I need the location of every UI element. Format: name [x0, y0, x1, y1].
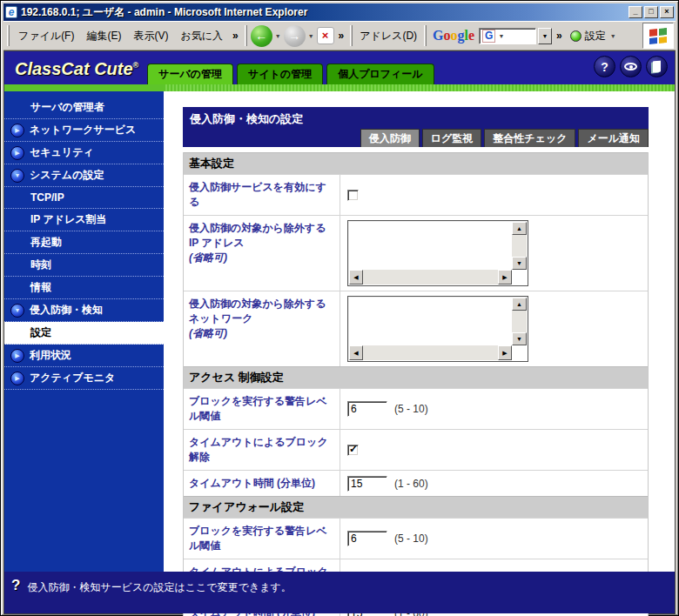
google-box-caret-icon[interactable]: ▼ — [498, 33, 504, 39]
google-letter: G — [433, 28, 443, 43]
sidebar-item-system-settings[interactable]: ▼ システムの設定 — [4, 164, 164, 187]
sidebar-item-settings-selected[interactable]: 設定 — [4, 322, 164, 345]
app-header: ClassCat Cute® サーバの管理 サイトの管理 個人プロフィール ? — [4, 51, 675, 84]
exclude-ip-textarea[interactable]: ▲ ▼ ◀ ▶ — [347, 220, 528, 286]
menu-file[interactable]: ファイル(F) — [13, 26, 79, 46]
scroll-left-icon[interactable]: ◀ — [349, 270, 363, 285]
fw-threshold-input[interactable] — [347, 531, 387, 546]
toolbar-gripper[interactable] — [7, 25, 10, 46]
address-label: アドレス(D) — [356, 29, 420, 44]
ac-timeout-input[interactable] — [347, 476, 387, 492]
sidebar-item-reboot[interactable]: 再起動 — [4, 231, 164, 254]
browser-toolbar: ファイル(F) 編集(E) 表示(V) お気に入 » ← ▼ → ▼ × » ア… — [3, 21, 676, 50]
sidebar-item-intrusion-detection[interactable]: ▼ 侵入防御・検知 — [4, 299, 164, 322]
logout-door-icon[interactable] — [646, 56, 668, 77]
nav-overflow-chevron[interactable]: » — [336, 30, 347, 42]
sidebar-item-label: 侵入防御・検知 — [30, 303, 103, 318]
vertical-scrollbar[interactable]: ▲ ▼ — [512, 222, 527, 270]
tab-personal-profile[interactable]: 個人プロフィール — [326, 64, 434, 84]
scroll-left-icon[interactable]: ◀ — [349, 345, 363, 360]
chevron-right-icon: ▶ — [10, 124, 24, 137]
row-fw-threshold: ブロックを実行する警告レベル閾値 (5 - 10) — [184, 518, 648, 559]
minimize-button[interactable]: _ — [629, 6, 642, 18]
toolbar-gripper[interactable] — [245, 25, 247, 46]
row-exclude-ip: 侵入防御の対象から除外する IP アドレス (省略可) ▲ ▼ — [184, 215, 648, 291]
scroll-up-icon[interactable]: ▲ — [512, 298, 527, 311]
scroll-down-icon[interactable]: ▼ — [512, 257, 527, 270]
help-question-icon: ? — [11, 578, 20, 593]
google-letter: g — [458, 28, 465, 43]
tab-site-management[interactable]: サイトの管理 — [237, 64, 323, 84]
scroll-right-icon[interactable]: ▶ — [498, 345, 512, 360]
exclude-network-textarea[interactable]: ▲ ▼ ◀ ▶ — [347, 296, 528, 362]
vertical-scrollbar[interactable]: ▲ ▼ — [512, 298, 527, 345]
scroll-right-icon[interactable]: ▶ — [498, 270, 512, 285]
browser-window: e 192.168.0.1; ユーザ名 - admin - Microsoft … — [0, 0, 679, 616]
menu-overflow-chevron[interactable]: » — [230, 30, 241, 42]
horizontal-scrollbar[interactable]: ◀ ▶ — [349, 270, 512, 285]
sidebar-item-network-services[interactable]: ▶ ネットワークサービス — [4, 119, 164, 142]
forward-dropdown-icon[interactable]: ▼ — [308, 33, 314, 39]
google-dropdown-button[interactable]: ▼ — [538, 28, 552, 44]
tab-mail-notification[interactable]: メール通知 — [578, 129, 649, 147]
sidebar-item-ip-assignment[interactable]: IP アドレス割当 — [4, 209, 164, 231]
back-button[interactable]: ← — [251, 25, 272, 47]
main-content: 侵入防御・検知の設定 侵入防御 ログ監視 整合性チェック メール通知 基本設定 … — [164, 91, 675, 572]
tab-log-monitoring[interactable]: ログ監視 — [422, 129, 482, 147]
sidebar-item-security[interactable]: ▶ セキュリティ — [4, 142, 164, 164]
chevron-right-icon: ▶ — [10, 372, 24, 385]
close-button[interactable]: × — [660, 6, 674, 18]
view-eye-icon[interactable] — [620, 56, 642, 77]
page-title: 侵入防御・検知の設定 — [183, 107, 649, 131]
title-bar: e 192.168.0.1; ユーザ名 - admin - Microsoft … — [3, 3, 676, 21]
sidebar-item-usage[interactable]: ▶ 利用状況 — [4, 345, 164, 367]
chevron-down-icon: ▼ — [10, 304, 24, 318]
ac-threshold-label: ブロックを実行する警告レベル閾値 — [184, 389, 340, 429]
tab-intrusion-prevention[interactable]: 侵入防御 — [360, 129, 420, 147]
ac-threshold-input[interactable] — [347, 401, 387, 417]
back-dropdown-icon[interactable]: ▼ — [275, 33, 281, 39]
ac-unblock-checkbox[interactable] — [347, 445, 359, 456]
sidebar-item-label: アクティブモニタ — [30, 371, 115, 385]
menu-favorites[interactable]: お気に入 — [175, 26, 228, 46]
menu-edit[interactable]: 編集(E) — [81, 26, 126, 46]
windows-flag-icon — [649, 27, 667, 44]
google-logo: Google — [430, 28, 477, 44]
maximize-button[interactable]: □ — [644, 6, 658, 18]
scroll-up-icon[interactable]: ▲ — [512, 222, 527, 235]
main-nav-tabs: サーバの管理 サイトの管理 個人プロフィール — [147, 64, 434, 84]
toolbar-gripper[interactable] — [424, 25, 427, 46]
sidebar-item-server-admin[interactable]: サーバの管理者 — [4, 97, 164, 119]
forward-button[interactable]: → — [284, 25, 306, 47]
optional-note: (省略可) — [189, 326, 336, 341]
content-header: 侵入防御・検知の設定 侵入防御 ログ監視 整合性チェック メール通知 — [183, 107, 649, 147]
sidebar-item-time[interactable]: 時刻 — [4, 254, 164, 277]
optional-note: (省略可) — [189, 251, 336, 265]
tab-integrity-check[interactable]: 整合性チェック — [484, 129, 575, 147]
toolbar-gripper[interactable] — [350, 25, 353, 46]
scroll-down-icon[interactable]: ▼ — [512, 332, 527, 345]
row-ac-timeout: タイムアウト時間 (分単位) (1 - 60) — [184, 470, 648, 496]
google-letter: o — [451, 28, 458, 43]
registered-mark: ® — [133, 61, 139, 70]
google-settings-button[interactable]: 設定 ▼ — [567, 29, 621, 44]
settings-label: 設定 — [585, 29, 606, 44]
green-accent-strip — [4, 84, 675, 91]
sidebar-item-tcpip[interactable]: TCP/IP — [4, 187, 164, 209]
sidebar-item-info[interactable]: 情報 — [4, 277, 164, 299]
sidebar-item-label: IP アドレス割当 — [30, 212, 107, 227]
row-exclude-network: 侵入防御の対象から除外するネットワーク (省略可) ▲ ▼ — [184, 291, 648, 366]
section-firewall: ファイアウォール設定 — [184, 496, 648, 518]
stop-button[interactable]: × — [317, 27, 334, 44]
horizontal-scrollbar[interactable]: ◀ ▶ — [349, 345, 512, 360]
sidebar-item-active-monitor[interactable]: ▶ アクティブモニタ — [4, 367, 164, 390]
settings-form: 基本設定 侵入防御サービスを有効にする 侵入防御の対象から除外する IP アドレ… — [183, 152, 649, 616]
sidebar-item-label: サーバの管理者 — [30, 100, 104, 115]
toolbar-overflow-chevron[interactable]: » — [554, 30, 565, 42]
enable-service-checkbox[interactable] — [347, 190, 359, 201]
sidebar-item-label: 再起動 — [30, 235, 62, 250]
tab-server-management[interactable]: サーバの管理 — [147, 64, 233, 84]
google-search-box[interactable]: G ▼ — [479, 28, 536, 44]
help-icon[interactable]: ? — [594, 56, 615, 77]
menu-view[interactable]: 表示(V) — [128, 26, 173, 46]
